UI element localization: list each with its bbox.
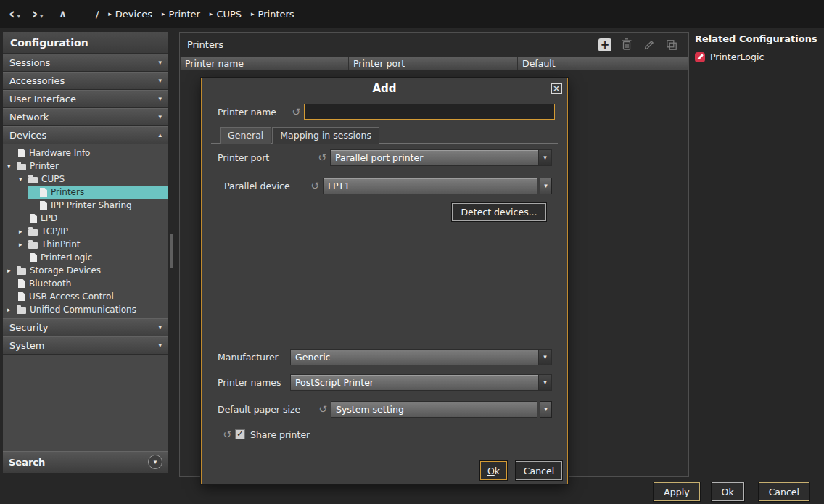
reset-icon[interactable]: ↺ [288,106,304,117]
printer-port-label: Printer port [218,152,314,163]
breadcrumb-label: Devices [115,9,152,20]
breadcrumb-item-printers[interactable]: ▸ Printers [251,9,294,20]
dialog-cancel-button[interactable]: Cancel [516,461,562,480]
tree-item-printers[interactable]: Printers [3,186,168,199]
ok-button[interactable]: Ok [712,482,744,501]
section-sessions[interactable]: Sessions ▾ [3,54,168,72]
section-accessories[interactable]: Accessories ▾ [3,72,168,90]
reset-icon[interactable]: ↺ [314,152,330,163]
search-expand-button[interactable]: ▾ [148,455,162,469]
sidebar-scrollbar[interactable] [170,32,173,473]
share-printer-checkbox[interactable] [235,429,245,439]
breadcrumb-item-devices[interactable]: ▸ Devices [108,9,152,20]
breadcrumb-item-printer[interactable]: ▸ Printer [162,9,200,20]
section-network[interactable]: Network ▾ [3,108,168,126]
expand-caret-icon[interactable]: ▸ [19,228,28,235]
apply-button[interactable]: Apply [654,482,699,501]
breadcrumb-label: CUPS [216,9,242,20]
breadcrumb-label: Printers [258,9,294,20]
printers-toolbar: + [598,38,679,52]
tree-item-usb-access-control[interactable]: USB Access Control [3,290,168,303]
detect-devices-button[interactable]: Detect devices... [452,203,546,221]
expand-caret-icon[interactable]: ▸ [7,267,17,274]
forward-history-caret-icon: ▾ [40,13,43,20]
forward-button[interactable]: › ▾ [32,7,44,20]
chevron-down-icon: ▾ [538,375,551,390]
tree-item-storage-devices[interactable]: ▸ Storage Devices [3,264,168,277]
cancel-button[interactable]: Cancel [759,482,809,501]
reset-icon[interactable]: ↺ [219,429,235,440]
tab-general[interactable]: General [220,127,271,144]
tree-item-lpd[interactable]: LPD [3,212,168,225]
related-item-printerlogic[interactable]: PrinterLogic [695,51,821,62]
breadcrumb-arrow-icon: ▸ [162,10,165,17]
up-button[interactable]: ∧ [59,8,67,20]
manufacturer-label: Manufacturer [218,352,290,363]
related-configurations-title: Related Configurations [695,33,821,44]
tree-item-ipp-printer-sharing[interactable]: IPP Printer Sharing [3,199,168,212]
share-printer-label: Share printer [250,429,310,440]
chevron-down-icon: ▾ [538,150,551,165]
collapse-caret-icon[interactable]: ▾ [19,175,28,183]
section-label: Devices [9,130,46,141]
section-label: Sessions [9,57,50,68]
parallel-device-dropdown-button[interactable]: ▾ [540,178,552,194]
dialog-tabs: General Mapping in sessions [220,127,380,144]
tree-item-thinprint[interactable]: ▸ ThinPrint [3,238,168,251]
section-devices[interactable]: Devices ▴ [3,126,168,144]
chevron-down-icon: ▾ [538,350,551,365]
column-header-printer-name[interactable]: Printer name [180,57,349,70]
column-header-printer-port[interactable]: Printer port [349,57,518,70]
printer-names-select[interactable]: PostScript Printer ▾ [290,374,552,391]
tab-mapping-in-sessions[interactable]: Mapping in sessions [272,127,379,144]
tree-item-hardware-info[interactable]: Hardware Info [3,146,168,160]
reset-icon[interactable]: ↺ [315,403,331,415]
add-button[interactable]: + [598,38,611,51]
tree-item-bluetooth[interactable]: Bluetooth [3,277,168,290]
breadcrumb-item-cups[interactable]: ▸ CUPS [210,9,242,20]
tree-item-printerlogic[interactable]: PrinterLogic [3,251,168,264]
section-label: Network [9,112,49,123]
chevron-down-icon: ▾ [158,342,162,349]
section-user-interface[interactable]: User Interface ▾ [3,90,168,108]
scrollbar-handle[interactable] [170,234,173,268]
paper-size-dropdown-button[interactable]: ▾ [540,401,552,418]
column-header-default[interactable]: Default [518,57,688,70]
search-bar[interactable]: Search ▾ [3,451,168,473]
dialog-ok-button[interactable]: Ok [480,461,507,480]
edit-button[interactable] [642,38,656,52]
printer-port-select[interactable]: Parallel port printer ▾ [330,149,552,166]
chevron-down-icon: ▾ [154,458,157,466]
printer-names-value: PostScript Printer [291,375,538,390]
folder-icon [28,177,38,183]
tree-item-cups[interactable]: ▾ CUPS [3,173,168,186]
section-security[interactable]: Security ▾ [3,318,168,336]
section-system[interactable]: System ▾ [3,336,168,355]
expand-caret-icon[interactable]: ▸ [19,241,28,248]
chevron-down-icon: ▾ [158,95,162,102]
close-button[interactable]: × [551,83,562,94]
document-icon [40,201,47,210]
pencil-icon [643,39,655,51]
manufacturer-select[interactable]: Generic ▾ [290,349,552,365]
folder-icon [17,164,26,170]
chevron-down-icon: ▾ [158,77,162,84]
breadcrumb-arrow-icon: ▸ [210,10,213,17]
printer-name-input[interactable] [304,104,555,120]
reset-icon[interactable]: ↺ [307,180,323,191]
back-button[interactable]: ‹ ▾ [9,7,20,20]
delete-button[interactable] [619,38,634,52]
printers-table-header: Printer name Printer port Default [180,57,688,70]
collapse-caret-icon[interactable]: ▾ [7,162,17,170]
paper-size-input[interactable]: System setting [331,401,537,418]
tree-item-tcp-ip[interactable]: ▸ TCP/IP [3,225,168,238]
breadcrumb-root[interactable]: / [96,9,99,20]
parallel-device-input[interactable]: LPT1 [323,178,537,194]
tree-item-printer[interactable]: ▾ Printer [3,160,168,173]
tree-item-unified-communications[interactable]: ▸ Unified Communications [3,303,168,316]
expand-caret-icon[interactable]: ▸ [7,306,17,313]
duplicate-button[interactable] [664,38,679,52]
chevron-down-icon: ▾ [158,59,162,66]
printer-name-label: Printer name [218,107,288,117]
paper-size-value: System setting [331,402,537,417]
